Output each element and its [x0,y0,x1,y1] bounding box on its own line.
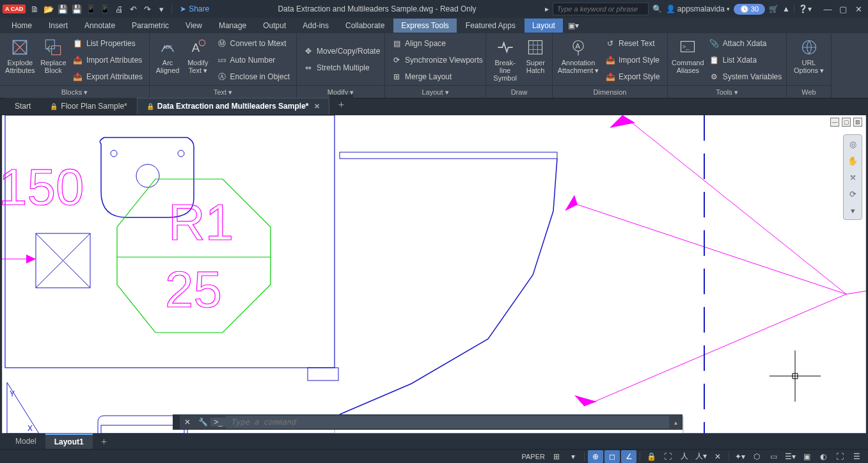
full-nav-wheel-icon[interactable]: ◎ [846,137,860,151]
search-back-icon[interactable]: ▸ [545,4,549,13]
hardware-accel-icon[interactable]: ◐ [816,450,831,463]
file-tab-start[interactable]: Start [5,98,40,114]
new-icon[interactable]: 🗎 [29,4,40,14]
layout-tab-model[interactable]: Model [6,434,45,448]
tab-layout[interactable]: Layout [525,19,563,33]
annotation-scale-icon[interactable]: 🔒 [643,450,659,463]
plot-icon[interactable]: 🖨 [114,4,124,14]
cmdline-close-icon[interactable]: ✕ [180,418,195,427]
customize-status-icon[interactable]: ☰ [849,450,864,463]
tab-addins[interactable]: Add-ins [295,19,336,33]
convert-mtext-button[interactable]: ⓂConvert to Mtext [214,36,292,51]
qat-dropdown-icon[interactable]: ▾ [156,4,166,14]
cmdline-history-icon[interactable]: ▴ [669,419,682,426]
command-aliases-button[interactable]: >_ Command Aliases [672,36,704,85]
file-tab-floor-plan[interactable]: 🔒Floor Plan Sample* [40,98,136,114]
reset-text-button[interactable]: ↺Reset Text [603,36,663,51]
web-open-icon[interactable]: 📱 [86,4,96,14]
osnap-tracking-icon[interactable]: ∠ [621,450,636,463]
tab-view[interactable]: View [178,19,210,33]
add-layout-tab[interactable]: ＋ [93,433,115,450]
modify-text-button[interactable]: A Modify Text ▾ [184,36,211,85]
export-attributes-button[interactable]: 📤Export Attributes [70,69,145,84]
merge-layout-button[interactable]: ⊞Merge Layout [389,69,485,84]
user-account[interactable]: 👤 appsmalavida ▾ [666,4,730,13]
app-store-icon[interactable]: ▲ [782,4,790,13]
isolate-icon[interactable]: ▣ [799,450,814,463]
cmdline-customize-icon[interactable]: 🔧 [195,418,210,427]
tab-insert[interactable]: Insert [41,19,75,33]
share-link[interactable]: ➤ Share [180,4,209,13]
web-save-icon[interactable]: 📱 [100,4,110,14]
tab-featured-apps[interactable]: Featured Apps [458,19,523,33]
drawing-canvas[interactable]: 150 R1 25 Y X — ▢ [2,115,866,434]
search-input[interactable] [553,3,649,15]
clean-screen-icon[interactable]: ⛶ [832,450,848,463]
export-style-button[interactable]: 📤Export Style [603,69,663,84]
workspace-icon[interactable]: ✦▾ [732,450,748,463]
nav-dropdown-icon[interactable]: ▾ [846,203,860,217]
tab-manage[interactable]: Manage [211,19,254,33]
pan-icon[interactable]: ✋ [846,153,860,168]
view-max-icon[interactable]: ▢ [842,118,851,127]
annotation-visibility-icon[interactable]: ⛶ [660,450,675,463]
orbit-icon[interactable]: ⟳ [846,187,860,201]
command-line[interactable]: ✕ 🔧 >_ ▴ [173,414,683,430]
tab-parametric[interactable]: Parametric [124,19,177,33]
redo-icon[interactable]: ↷ [142,4,152,14]
tab-home[interactable]: Home [4,19,40,33]
replace-block-button[interactable]: Replace Block [39,36,68,85]
stretch-multiple-button[interactable]: ⇔Stretch Multiple [301,60,383,75]
scale-sync-icon[interactable]: ✕ [710,450,725,463]
zoom-extents-icon[interactable]: ⤧ [846,170,860,184]
import-attributes-button[interactable]: 📥Import Attributes [70,52,145,68]
annotation-scale-dropdown[interactable]: 人▾ [693,450,709,463]
snap-dropdown-icon[interactable]: ▾ [565,450,581,463]
grid-display-icon[interactable]: ⊞ [549,450,564,463]
open-icon[interactable]: 📂 [43,4,54,14]
view-close-icon[interactable]: ⊠ [853,118,862,127]
polar-tracking-icon[interactable]: ⊕ [588,450,603,463]
cmdline-grip[interactable] [173,415,180,429]
annotation-attachment-button[interactable]: A Annotation Attachment ▾ [556,36,600,85]
explode-attributes-button[interactable]: Explode Attributes [4,36,36,85]
tab-output[interactable]: Output [255,19,294,33]
view-min-icon[interactable]: — [830,118,839,127]
search-go-icon[interactable]: 🔍 [652,4,662,13]
tab-collaborate[interactable]: Collaborate [338,19,392,33]
sync-viewports-button[interactable]: ⟳Synchronize Viewports [389,52,485,68]
import-style-button[interactable]: 📥Import Style [603,52,663,68]
tab-annotate[interactable]: Annotate [77,19,123,33]
move-copy-rotate-button[interactable]: ✥Move/Copy/Rotate [301,43,383,59]
auto-scale-icon[interactable]: 人 [677,450,692,463]
auto-number-button[interactable]: 123Auto Number [214,52,292,68]
system-variables-button[interactable]: ⚙System Variables [707,69,784,84]
undo-icon[interactable]: ↶ [128,4,138,14]
add-file-tab-button[interactable]: ＋ [329,95,353,114]
file-tab-data-extraction[interactable]: 🔒Data Extraction and Multileaders Sample… [137,98,330,114]
arc-aligned-button[interactable]: ABC Arc Aligned [154,36,182,85]
cart-icon[interactable]: 🛒 [769,4,778,13]
command-input[interactable] [226,416,669,428]
url-options-button[interactable]: URL Options ▾ [791,36,827,85]
ribbon-minimize-icon[interactable]: ▣▾ [568,21,579,30]
save-icon[interactable]: 💾 [58,4,68,14]
osnap-icon[interactable]: ◻ [604,450,620,463]
breakline-button[interactable]: Break-line Symbol [490,36,520,85]
saveas-icon[interactable]: 💾 [72,4,82,14]
close-tab-icon[interactable]: ✕ [314,102,320,111]
quick-props-icon[interactable]: ▭ [766,450,781,463]
units-icon[interactable]: ⬡ [749,450,764,463]
align-space-button[interactable]: ▤Align Space [389,36,485,51]
trial-days-badge[interactable]: 🕓 30 [734,4,765,15]
paper-model-toggle[interactable]: PAPER [522,453,545,460]
maximize-button[interactable]: ▢ [836,3,850,15]
list-properties-button[interactable]: 📋List Properties [70,36,145,51]
enclose-object-button[interactable]: ⒶEnclose in Object [214,69,292,84]
super-hatch-button[interactable]: Super Hatch [523,36,548,85]
lock-ui-icon[interactable]: ☰▾ [782,450,798,463]
close-button[interactable]: ✕ [851,3,865,15]
tab-express-tools[interactable]: Express Tools [393,19,456,33]
attach-xdata-button[interactable]: 📎Attach Xdata [707,36,784,51]
list-xdata-button[interactable]: 📋List Xdata [707,52,784,68]
